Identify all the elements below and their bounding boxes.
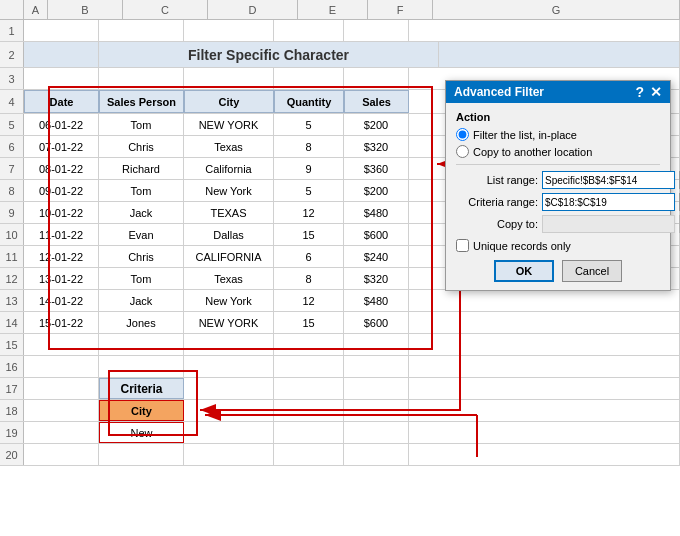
cell-20f: [344, 444, 409, 465]
cell-9f: $480: [344, 202, 409, 223]
cell-20g: [409, 444, 680, 465]
cell-7b: 08-01-22: [24, 158, 99, 179]
cell-18g: [409, 400, 680, 421]
advanced-filter-dialog: Advanced Filter ? ✕ Action Filter the li…: [445, 80, 671, 291]
cell-15g: [409, 334, 680, 355]
cell-10d: Dallas: [184, 224, 274, 245]
cell-16g: [409, 356, 680, 377]
dialog-help-icon[interactable]: ?: [635, 85, 644, 99]
radio-inplace-label: Filter the list, in-place: [473, 129, 577, 141]
rownum-16: 16: [0, 356, 24, 377]
row-18: 18 City: [0, 400, 680, 422]
cell-14g: [409, 312, 680, 333]
table-row: 13 14-01-22 Jack New York 12 $480: [0, 290, 680, 312]
cell-16d: [184, 356, 274, 377]
rownum-19: 19: [0, 422, 24, 443]
cell-17b: [24, 378, 99, 399]
cell-17g: [409, 378, 680, 399]
criteria-value-cell: New: [99, 422, 184, 443]
rownum-15: 15: [0, 334, 24, 355]
unique-records-checkbox[interactable]: [456, 239, 469, 252]
cell-6b: 07-01-22: [24, 136, 99, 157]
cell-5c: Tom: [99, 114, 184, 135]
cell-8d: New York: [184, 180, 274, 201]
row-16: 16: [0, 356, 680, 378]
cell-10e: 15: [274, 224, 344, 245]
rownum-12: 12: [0, 268, 24, 289]
rownum-4: 4: [0, 90, 24, 113]
cell-6c: Chris: [99, 136, 184, 157]
cell-6f: $320: [344, 136, 409, 157]
dialog-title-icons: ? ✕: [635, 85, 662, 99]
cell-5f: $200: [344, 114, 409, 135]
cancel-button[interactable]: Cancel: [562, 260, 622, 282]
rownum-1: 1: [0, 20, 24, 41]
cell-12d: Texas: [184, 268, 274, 289]
cell-10b: 11-01-22: [24, 224, 99, 245]
rownum-10: 10: [0, 224, 24, 245]
radio-filter-inplace[interactable]: Filter the list, in-place: [456, 128, 660, 141]
criteria-range-label: Criteria range:: [456, 196, 538, 208]
table-row: 14 15-01-22 Jones NEW YORK 15 $600: [0, 312, 680, 334]
cell-20b: [24, 444, 99, 465]
cell-6d: Texas: [184, 136, 274, 157]
cell-8f: $200: [344, 180, 409, 201]
cell-9b: 10-01-22: [24, 202, 99, 223]
cell-11d: CALIFORNIA: [184, 246, 274, 267]
cell-13e: 12: [274, 290, 344, 311]
cell-1g: [409, 20, 680, 41]
copy-to-label: Copy to:: [456, 218, 538, 230]
col-header-g: G: [433, 0, 680, 19]
list-range-field: List range: ↑: [456, 171, 660, 189]
row-19: 19 New: [0, 422, 680, 444]
radio-copy-input[interactable]: [456, 145, 469, 158]
cell-3b: [24, 68, 99, 89]
cell-1d: [184, 20, 274, 41]
cell-16e: [274, 356, 344, 377]
cell-15d: [184, 334, 274, 355]
cell-13f: $480: [344, 290, 409, 311]
dialog-close-icon[interactable]: ✕: [650, 85, 662, 99]
cell-9d: TEXAS: [184, 202, 274, 223]
copy-to-field: Copy to: ↑: [456, 215, 660, 233]
cell-10c: Evan: [99, 224, 184, 245]
unique-records-row[interactable]: Unique records only: [456, 239, 660, 252]
ok-button[interactable]: OK: [494, 260, 554, 282]
cell-12e: 8: [274, 268, 344, 289]
rownum-20: 20: [0, 444, 24, 465]
cell-9c: Jack: [99, 202, 184, 223]
cell-14d: NEW YORK: [184, 312, 274, 333]
cell-5b: 06-01-22: [24, 114, 99, 135]
cell-20d: [184, 444, 274, 465]
cell-18b: [24, 400, 99, 421]
list-range-label: List range:: [456, 174, 538, 186]
cell-7f: $360: [344, 158, 409, 179]
cell-7c: Richard: [99, 158, 184, 179]
cell-4b: Date: [24, 90, 99, 113]
cell-1f: [344, 20, 409, 41]
col-header-e: E: [298, 0, 368, 19]
cell-10f: $600: [344, 224, 409, 245]
cell-19d: [184, 422, 274, 443]
rownum-14: 14: [0, 312, 24, 333]
cell-11f: $240: [344, 246, 409, 267]
rownum-3: 3: [0, 68, 24, 89]
rownum-5: 5: [0, 114, 24, 135]
cell-1b: [24, 20, 99, 41]
cell-13d: New York: [184, 290, 274, 311]
cell-8e: 5: [274, 180, 344, 201]
cell-4e: Quantity: [274, 90, 344, 113]
radio-inplace-input[interactable]: [456, 128, 469, 141]
cell-1e: [274, 20, 344, 41]
cell-13g: [409, 290, 680, 311]
cell-15b: [24, 334, 99, 355]
cell-14e: 15: [274, 312, 344, 333]
criteria-range-input[interactable]: [542, 193, 675, 211]
list-range-input[interactable]: [542, 171, 675, 189]
cell-17d: [184, 378, 274, 399]
radio-copy-location[interactable]: Copy to another location: [456, 145, 660, 158]
cell-16c: [99, 356, 184, 377]
cell-14c: Jones: [99, 312, 184, 333]
cell-17e: [274, 378, 344, 399]
cell-5d: NEW YORK: [184, 114, 274, 135]
